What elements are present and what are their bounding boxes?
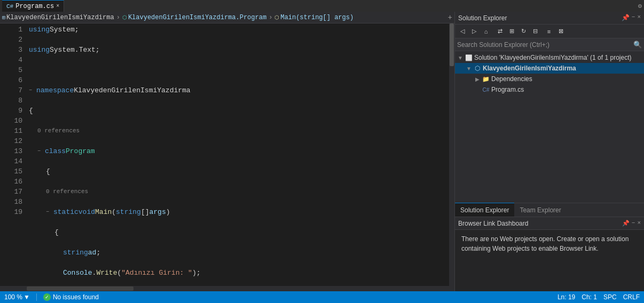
bld-close-icon[interactable]: × bbox=[637, 220, 641, 227]
code-line: −class Program bbox=[29, 146, 449, 156]
no-issues-indicator[interactable]: ✓ No issues found bbox=[43, 293, 99, 301]
title-bar: C# Program.cs × ⚙ bbox=[0, 0, 644, 12]
tab-close-icon[interactable]: × bbox=[56, 3, 59, 9]
tree-item-solution[interactable]: ▼ ⬜ Solution 'KlavyedenGirilenIsmiYazdir… bbox=[455, 52, 644, 63]
code-line bbox=[29, 65, 449, 75]
se-show-all-button[interactable]: ⊞ bbox=[506, 26, 517, 37]
tab-label: Program.cs bbox=[15, 3, 54, 10]
tree-label-project: KlavyedenGirilenIsmiYazdirma bbox=[483, 65, 576, 72]
status-crlf[interactable]: CRLF bbox=[623, 293, 640, 301]
code-line: −static void Main(string[] args) bbox=[29, 207, 449, 217]
breadcrumb-item-2[interactable]: KlavyedenGirilenIsmiYazdirma.Program bbox=[128, 14, 266, 21]
tree-label-dependencies: Dependencies bbox=[491, 75, 532, 83]
se-header-icons: 📌 − × bbox=[622, 14, 641, 22]
editor-vertical-scrollbar[interactable] bbox=[449, 23, 454, 286]
settings-icon[interactable]: ⚙ bbox=[638, 2, 642, 10]
se-tree: ▼ ⬜ Solution 'KlavyedenGirilenIsmiYazdir… bbox=[455, 51, 644, 203]
code-editor[interactable]: 1 2 3 4 5 6 7 8 9 10 11 12 13 14 15 16 1… bbox=[0, 23, 454, 286]
check-icon: ✓ bbox=[43, 293, 51, 301]
se-preview-button[interactable]: ⊠ bbox=[555, 26, 566, 37]
tree-label-program-cs: Program.cs bbox=[491, 86, 524, 93]
code-line: 0 references bbox=[29, 187, 449, 197]
code-text[interactable]: using System; using System.Text; −namesp… bbox=[27, 23, 449, 286]
cs-file-icon: C# bbox=[482, 85, 490, 94]
tree-item-project[interactable]: ▼ ⬡ KlavyedenGirilenIsmiYazdirma bbox=[455, 63, 644, 74]
status-ln: Ln: 19 bbox=[557, 293, 575, 301]
tree-expand-file bbox=[474, 86, 481, 93]
se-search-icon[interactable]: 🔍 bbox=[633, 41, 642, 49]
tab-team-explorer[interactable]: Team Explorer bbox=[514, 203, 566, 217]
status-left: 100 % ▼ ✓ No issues found bbox=[4, 293, 99, 301]
tab-solution-explorer[interactable]: Solution Explorer bbox=[455, 203, 514, 217]
tree-expand-deps[interactable]: ▶ bbox=[474, 76, 481, 82]
zoom-value: 100 % bbox=[4, 293, 22, 301]
se-bottom-tabs: Solution Explorer Team Explorer bbox=[455, 203, 644, 217]
breadcrumb-sep-2: › bbox=[269, 14, 272, 21]
code-line: using System.Text; bbox=[29, 45, 449, 55]
bld-header: Browser Link Dashboard 📌 − × bbox=[455, 217, 644, 230]
status-ch: Ch: 1 bbox=[582, 293, 597, 301]
tree-expand-solution[interactable]: ▼ bbox=[457, 54, 464, 61]
tab-bar: C# Program.cs × bbox=[2, 0, 64, 12]
bld-message: There are no Web projects open. Create o… bbox=[461, 235, 629, 252]
tree-label-solution: Solution 'KlavyedenGirilenIsmiYazdirma' … bbox=[474, 54, 632, 61]
editor-area: ⊞ KlavyedenGirilenIsmiYazdirma › ⬡ Klavy… bbox=[0, 12, 454, 291]
tab-cs-icon: C# bbox=[6, 3, 13, 10]
breadcrumb-sep-1: › bbox=[116, 14, 120, 21]
se-back-button[interactable]: ◁ bbox=[457, 26, 468, 37]
status-spc[interactable]: SPC bbox=[603, 293, 617, 301]
se-forward-button[interactable]: ▷ bbox=[469, 26, 480, 37]
se-home-button[interactable]: ⌂ bbox=[481, 26, 491, 37]
code-line: { bbox=[29, 227, 449, 237]
pin-icon[interactable]: 📌 bbox=[622, 14, 630, 22]
breadcrumb-icon-3: ⬡ bbox=[274, 14, 279, 21]
se-search-input[interactable] bbox=[457, 41, 631, 49]
tab-program-cs[interactable]: C# Program.cs × bbox=[2, 0, 64, 12]
bld-header-icons: 📌 − × bbox=[622, 220, 641, 227]
minimize-icon[interactable]: − bbox=[632, 14, 635, 22]
solution-explorer-title: Solution Explorer bbox=[458, 14, 507, 22]
breadcrumb-item-1[interactable]: KlavyedenGirilenIsmiYazdirma bbox=[6, 14, 114, 21]
bld-minimize-icon[interactable]: − bbox=[632, 220, 635, 227]
tree-expand-project[interactable]: ▼ bbox=[466, 65, 472, 71]
zoom-control[interactable]: 100 % ▼ bbox=[4, 293, 30, 301]
solution-icon: ⬜ bbox=[465, 53, 473, 62]
no-issues-text: No issues found bbox=[53, 293, 99, 301]
code-line: string ad; bbox=[29, 248, 449, 258]
code-line: { bbox=[29, 106, 449, 116]
code-line: Console.Write("Adınızı Girin: "); bbox=[29, 268, 449, 278]
solution-explorer-header: Solution Explorer 📌 − × bbox=[455, 12, 644, 25]
code-line: { bbox=[29, 166, 449, 177]
status-right: Ln: 19 Ch: 1 SPC CRLF bbox=[557, 293, 640, 301]
browser-link-dashboard: Browser Link Dashboard 📌 − × There are n… bbox=[455, 217, 644, 291]
code-line: 0 references bbox=[29, 126, 449, 136]
se-properties-button[interactable]: ≡ bbox=[544, 26, 554, 37]
hscroll-thumb[interactable] bbox=[27, 286, 133, 291]
breadcrumb-icon-2: ⬡ bbox=[122, 14, 127, 21]
scrollbar-thumb[interactable] bbox=[450, 23, 454, 66]
tree-item-dependencies[interactable]: ▶ 📁 Dependencies bbox=[455, 74, 644, 84]
breadcrumb: ⊞ KlavyedenGirilenIsmiYazdirma › ⬡ Klavy… bbox=[0, 12, 454, 23]
title-bar-controls: ⚙ bbox=[638, 2, 642, 10]
right-panel: Solution Explorer 📌 − × ◁ ▷ ⌂ ⇄ ⊞ ↻ ⊟ ≡ … bbox=[454, 12, 644, 291]
main-layout: ⊞ KlavyedenGirilenIsmiYazdirma › ⬡ Klavy… bbox=[0, 12, 644, 291]
se-refresh-button[interactable]: ↻ bbox=[518, 26, 529, 37]
code-line: using System; bbox=[29, 25, 449, 35]
breadcrumb-add-button[interactable]: + bbox=[448, 13, 452, 22]
se-sync-button[interactable]: ⇄ bbox=[494, 26, 505, 37]
breadcrumb-item-3[interactable]: Main(string[] args) bbox=[280, 14, 354, 21]
code-line: −namespace KlavyedenGirilenIsmiYazdirma bbox=[29, 85, 449, 95]
tree-item-program-cs[interactable]: C# Program.cs bbox=[455, 84, 644, 95]
se-collapse-button[interactable]: ⊟ bbox=[530, 26, 540, 37]
se-toolbar: ◁ ▷ ⌂ ⇄ ⊞ ↻ ⊟ ≡ ⊠ bbox=[455, 25, 644, 38]
close-icon[interactable]: × bbox=[637, 14, 641, 22]
se-search-bar: 🔍 bbox=[455, 38, 644, 51]
status-bar: 100 % ▼ ✓ No issues found Ln: 19 Ch: 1 S… bbox=[0, 291, 644, 303]
bld-content: There are no Web projects open. Create o… bbox=[455, 230, 644, 291]
bld-pin-icon[interactable]: 📌 bbox=[622, 220, 630, 227]
editor-horizontal-scrollbar[interactable] bbox=[0, 286, 454, 291]
line-numbers: 1 2 3 4 5 6 7 8 9 10 11 12 13 14 15 16 1… bbox=[0, 23, 27, 286]
zoom-arrow-icon: ▼ bbox=[23, 293, 30, 301]
project-icon: ⬡ bbox=[473, 64, 482, 73]
breadcrumb-icon-1: ⊞ bbox=[2, 14, 5, 21]
